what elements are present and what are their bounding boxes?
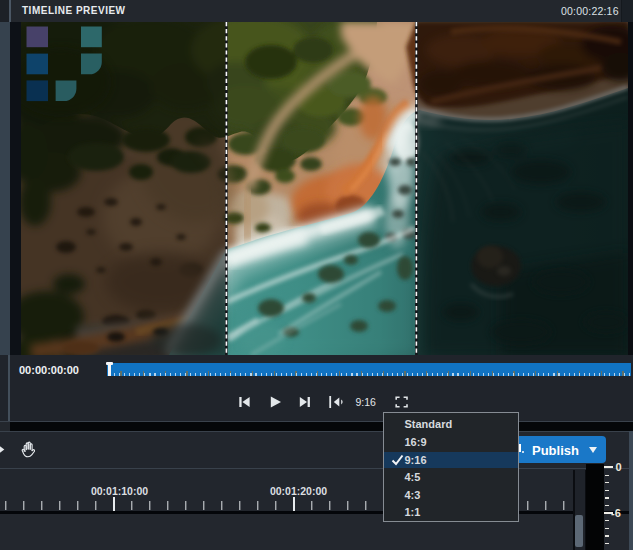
svg-text:9:16: 9:16: [356, 396, 377, 408]
